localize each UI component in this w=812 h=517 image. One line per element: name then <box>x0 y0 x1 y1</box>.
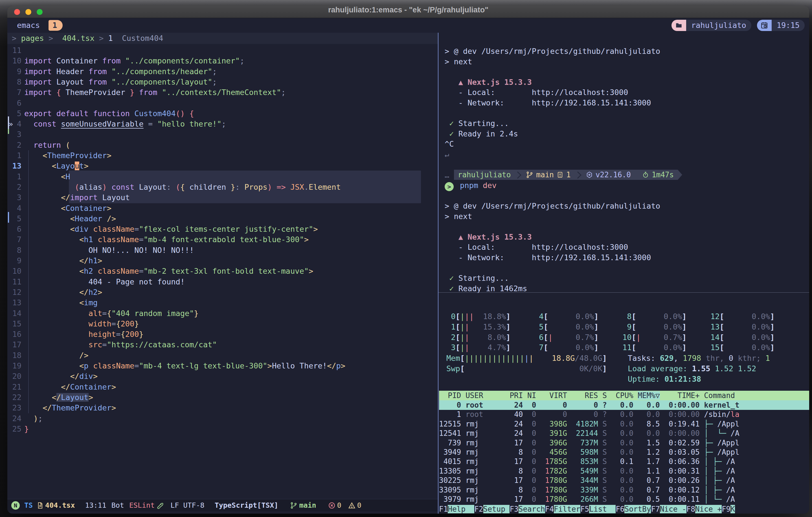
breadcrumb-dir[interactable]: pages <box>21 34 44 42</box>
line-number: 11 <box>7 277 22 287</box>
cpu-meter: 2[||8.0%] <box>446 332 534 342</box>
cpu-meter: 10[|0.7%] <box>622 332 710 342</box>
code-line[interactable]: 17 src="https://cataas.com/cat" <box>7 339 438 350</box>
modeline-error-count: 0 <box>337 501 341 509</box>
code-line[interactable]: 18 /> <box>7 350 438 361</box>
process-row[interactable]: 12541 rmj 24 0 391G 22144 S 0.0 0.0 0:00… <box>439 428 809 438</box>
line-number: 5 <box>7 108 22 119</box>
modeline-filename[interactable]: 404.tsx <box>45 501 75 509</box>
code-line[interactable]: 23 </ThemeProvider> <box>7 402 438 413</box>
code-line[interactable]: 11 <box>7 45 438 56</box>
cpu-meter: 12[0.0%] <box>710 311 799 322</box>
stopwatch-icon <box>642 172 649 178</box>
fkey-button[interactable]: F8Nice + <box>687 505 722 514</box>
code-line[interactable]: 5export default function Custom404() { <box>7 108 438 119</box>
code-line[interactable]: 9import Header from "../components/heade… <box>7 66 438 77</box>
tmux-clock-pill[interactable]: 19:15 <box>757 20 805 31</box>
process-row[interactable]: 739 rmj 17 0 396G 737M S 0.0 1.5 0:02.59… <box>439 438 809 448</box>
modeline-branch[interactable]: main <box>299 501 316 509</box>
typescript-badge: TS <box>24 501 33 509</box>
cpu-meter: 0[|||18.8%] <box>446 311 534 322</box>
code-line[interactable]: 10 <h2 className="mb-2 text-3xl font-bol… <box>7 266 438 277</box>
process-row[interactable]: 33095 rmj 8 0 1780G 339M S 0.0 0.7 0:00.… <box>439 485 809 495</box>
cpu-meter-row: 0[|||18.8%]4[0.0%]8[0.0%]12[0.0%] <box>446 311 799 322</box>
fkey-button[interactable]: F1Help <box>439 505 474 514</box>
code-line[interactable]: 12 </h2> <box>7 287 438 298</box>
fkey-button[interactable]: F2Setup <box>474 505 510 514</box>
line-number: 3 <box>7 192 22 203</box>
tmux-pane-divider-vertical[interactable] <box>438 33 438 514</box>
code-line[interactable]: 5 <Header /> <box>7 213 438 224</box>
modeline-encoding: UTF-8 <box>183 501 204 509</box>
fkey-button[interactable]: F4Filter <box>545 505 580 514</box>
code-line[interactable]: 4 <Container> <box>7 203 438 214</box>
code-line[interactable]: 13 <img <box>7 297 438 308</box>
code-line[interactable]: 13 <Layout> <box>7 161 438 172</box>
process-row[interactable]: 30225 rmj 17 0 1780G 344M S 0.0 0.7 0:00… <box>439 476 809 485</box>
line-number: 22 <box>7 392 22 402</box>
code-line[interactable]: 15 width={200} <box>7 318 438 329</box>
process-row[interactable]: 3949 rmj 8 0 456G 598M S 0.0 1.2 0:03.05… <box>439 447 809 457</box>
process-row[interactable]: 1 root 40 0 0 0 ? 0.0 0.0 0:00.00 /sbin/… <box>439 409 809 419</box>
tmux-pane-divider-horizontal[interactable] <box>438 292 809 293</box>
fringe-scroll-indicator <box>8 116 9 129</box>
line-number: 24 <box>7 413 22 424</box>
line-number: 10 <box>7 266 22 276</box>
emacs-modeline: N TS 404.tsx 13:11 Bot ESLint LF UTF-8 T… <box>7 499 438 511</box>
process-table-header[interactable]: PID USER PRI NI VIRT RES S CPU% MEM%▽ TI… <box>439 391 809 400</box>
breadcrumb-file[interactable]: 404.tsx <box>62 34 94 42</box>
code-line[interactable]: 8 OH NO!... NO! NO! NO!!! <box>7 245 438 256</box>
line-number: 6 <box>7 224 22 234</box>
emacs-editor-pane[interactable]: > pages > 404.tsx > 1 Custom404 1110impo… <box>7 6 438 514</box>
terminal-line: > next <box>445 56 472 67</box>
code-line[interactable]: 2 return ( <box>7 140 438 151</box>
code-line[interactable]: 16 height={200} <box>7 329 438 340</box>
code-line[interactable]: 20 </div> <box>7 371 438 382</box>
process-row[interactable]: 0 root 24 0 0 0 ? 0.0 0.0 0:00.00 kernel… <box>439 400 809 410</box>
code-line[interactable]: 7import { ThemeProvider } from "../conte… <box>7 87 438 98</box>
uptime: Uptime: 01:21:38 <box>628 374 701 384</box>
cpu-meter: 5[0.0%] <box>534 322 622 332</box>
code-line[interactable]: 19 <p className="mb-4 text-lg text-blue-… <box>7 361 438 371</box>
code-line[interactable]: 7 <h1 className="mb-4 font-extrabold tex… <box>7 234 438 245</box>
terminal-line: > @ dev /Users/rmj/Projects/github/rahul… <box>445 201 660 211</box>
fkey-button[interactable]: F5List <box>580 505 616 514</box>
diff-changed-indicator <box>8 212 9 223</box>
tasks-summary: Tasks: 629, 1798 thr, 0 kthr; 1 <box>628 353 770 363</box>
code-line[interactable]: 9 </h1> <box>7 255 438 266</box>
fkey-button[interactable]: F3Search <box>510 505 545 514</box>
fkey-button[interactable]: F6SortBy <box>616 505 651 514</box>
breadcrumb-symbol[interactable]: Custom404 <box>122 34 163 42</box>
line-number: 13 <box>7 297 22 308</box>
code-line[interactable]: 24 ); <box>7 413 438 424</box>
cpu-meter: 1[||15.3%] <box>446 322 534 332</box>
process-row[interactable]: 4015 rmj 17 0 1785G 853M S 0.1 1.7 0:06.… <box>439 457 809 466</box>
code-line[interactable]: 6 <div className="flex-col items-center … <box>7 224 438 235</box>
code-line[interactable]: 10import Container from "../components/c… <box>7 56 438 66</box>
modeline-linter: ESLint <box>129 501 155 509</box>
mem-meter: Mem[|||||||||||||||18.8G/48.0G] <box>446 353 607 363</box>
code-line[interactable]: 1 <ThemeProvider> <box>7 150 438 161</box>
git-branch-icon <box>526 171 533 178</box>
code-line[interactable]: 3 <box>7 129 438 140</box>
terminal-line: ^C <box>445 139 454 149</box>
evil-state-badge: N <box>11 501 20 510</box>
process-row[interactable]: 13305 rmj 8 0 1782G 549M S 0.0 1.1 0:00.… <box>439 466 809 476</box>
line-number: 23 <box>7 402 22 413</box>
process-row[interactable]: 12515 rmj 24 0 398G 4182M S 0.0 8.5 0:19… <box>439 419 809 429</box>
fkey-button[interactable]: F7Nice - <box>651 505 686 514</box>
tmux-host-pill[interactable]: rahuljuliato <box>671 20 751 31</box>
code-line[interactable]: 25} <box>7 424 438 434</box>
code-line[interactable]: 8import Layout from "../components/layou… <box>7 77 438 87</box>
process-row[interactable]: 3979 rmj 17 0 1780G 266M S 0.0 0.5 0:00.… <box>439 494 809 504</box>
code-line[interactable]: 22 </Layout> <box>7 392 438 403</box>
fkey-button[interactable]: F9K <box>722 505 735 514</box>
code-line[interactable]: »4 const someUnusedVariable = "hello the… <box>7 119 438 129</box>
code-line[interactable]: 11 404 - Page not found! <box>7 277 438 287</box>
code-line[interactable]: 14 alt={"404 random image"} <box>7 308 438 319</box>
terminal-line: ▲ Next.js 15.3.3 <box>445 77 532 87</box>
code-line[interactable]: 21 </Container> <box>7 382 438 392</box>
code-line[interactable]: 6 <box>7 98 438 109</box>
file-icon <box>37 502 44 509</box>
cpu-meter: 8[0.0%] <box>622 311 710 322</box>
